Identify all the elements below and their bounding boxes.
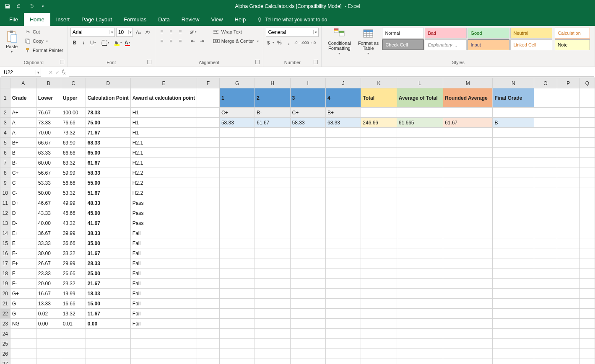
cell-P26[interactable] — [557, 349, 579, 359]
cell-B4[interactable]: 70.00 — [36, 128, 61, 138]
accounting-format-button[interactable]: $ — [266, 39, 274, 47]
cell-E19[interactable]: Fail — [130, 279, 197, 289]
header-B[interactable]: Lower — [36, 88, 61, 108]
cell-Q8[interactable] — [579, 168, 595, 178]
cell-M21[interactable] — [443, 299, 493, 309]
cell-J21[interactable] — [325, 299, 361, 309]
cell-C14[interactable]: 39.99 — [61, 228, 86, 238]
cell-I3[interactable]: 58.33 — [290, 118, 325, 128]
cell-O9[interactable] — [534, 178, 557, 188]
cell-N14[interactable] — [493, 228, 534, 238]
cell-L5[interactable] — [397, 138, 443, 148]
cell-I4[interactable] — [290, 128, 325, 138]
cell-H26[interactable] — [255, 349, 290, 359]
cell-L11[interactable] — [397, 198, 443, 208]
tab-data[interactable]: Data — [152, 13, 175, 26]
cell-A21[interactable]: G — [10, 299, 36, 309]
cell-Q11[interactable] — [579, 198, 595, 208]
cell-C13[interactable]: 43.32 — [61, 218, 86, 228]
cell-M22[interactable] — [443, 309, 493, 319]
cell-P22[interactable] — [557, 309, 579, 319]
cell-D8[interactable]: 58.33 — [86, 168, 130, 178]
cell-E17[interactable]: Fail — [130, 258, 197, 268]
cell-F6[interactable] — [197, 148, 219, 158]
cell-P13[interactable] — [557, 218, 579, 228]
cell-K15[interactable] — [361, 238, 397, 248]
cell-Q9[interactable] — [579, 178, 595, 188]
cell-F15[interactable] — [197, 238, 219, 248]
cell-Q22[interactable] — [579, 309, 595, 319]
cell-Q21[interactable] — [579, 299, 595, 309]
cell-I17[interactable] — [290, 258, 325, 268]
cell-H7[interactable] — [255, 158, 290, 168]
cell-I14[interactable] — [290, 228, 325, 238]
cell-K5[interactable] — [361, 138, 397, 148]
cell-O22[interactable] — [534, 309, 557, 319]
row-header-18[interactable]: 18 — [0, 268, 10, 279]
cell-F18[interactable] — [197, 268, 219, 279]
cell-K2[interactable] — [361, 108, 397, 118]
font-color-button[interactable]: A — [123, 39, 132, 47]
cell-D13[interactable]: 41.67 — [86, 218, 130, 228]
cell-O3[interactable] — [534, 118, 557, 128]
cell-F7[interactable] — [197, 158, 219, 168]
enter-formula-icon[interactable]: ✓ — [55, 70, 60, 75]
row-header-15[interactable]: 15 — [0, 238, 10, 248]
cell-F19[interactable] — [197, 279, 219, 289]
fx-icon[interactable]: fx — [62, 69, 65, 75]
cell-J18[interactable] — [325, 268, 361, 279]
cell-L13[interactable] — [397, 218, 443, 228]
cell-M11[interactable] — [443, 198, 493, 208]
cell-N2[interactable] — [493, 108, 534, 118]
tab-view[interactable]: View — [205, 13, 229, 26]
cell-B9[interactable]: 53.33 — [36, 178, 61, 188]
cell-O12[interactable] — [534, 208, 557, 218]
cell-A9[interactable]: C — [10, 178, 36, 188]
cell-J27[interactable] — [325, 359, 361, 364]
cell-F2[interactable] — [197, 108, 219, 118]
cell-H16[interactable] — [255, 248, 290, 258]
cell-H25[interactable] — [255, 339, 290, 349]
cell-styles-gallery[interactable]: Normal Bad Good Neutral Check Cell Expla… — [382, 28, 552, 50]
cell-M6[interactable] — [443, 148, 493, 158]
cell-A4[interactable]: A- — [10, 128, 36, 138]
cell-B2[interactable]: 76.67 — [36, 108, 61, 118]
decrease-decimal-icon[interactable]: .00→.0 — [305, 39, 314, 47]
cell-N8[interactable] — [493, 168, 534, 178]
cell-E21[interactable]: Fail — [130, 299, 197, 309]
cell-H22[interactable] — [255, 309, 290, 319]
cell-N5[interactable] — [493, 138, 534, 148]
cell-J8[interactable] — [325, 168, 361, 178]
cell-M3[interactable]: 61.67 — [443, 118, 493, 128]
cell-J15[interactable] — [325, 238, 361, 248]
cell-N6[interactable] — [493, 148, 534, 158]
formula-input[interactable] — [69, 68, 594, 77]
style-explanatory[interactable]: Explanatory ... — [425, 39, 467, 50]
cell-M5[interactable] — [443, 138, 493, 148]
cell-G11[interactable] — [219, 198, 255, 208]
cell-G18[interactable] — [219, 268, 255, 279]
cell-D25[interactable] — [86, 339, 130, 349]
cell-D6[interactable]: 65.00 — [86, 148, 130, 158]
cell-O17[interactable] — [534, 258, 557, 268]
tell-me-search[interactable]: Tell me what you want to do — [257, 17, 327, 26]
header-H[interactable]: 2 — [255, 88, 290, 108]
clipboard-dialog-launcher[interactable] — [60, 60, 64, 64]
cell-A15[interactable]: E — [10, 238, 36, 248]
cell-H27[interactable] — [255, 359, 290, 364]
cell-D5[interactable]: 68.33 — [86, 138, 130, 148]
cell-K6[interactable] — [361, 148, 397, 158]
cell-D12[interactable]: 45.00 — [86, 208, 130, 218]
cell-K24[interactable] — [361, 329, 397, 339]
cell-C16[interactable]: 33.32 — [61, 248, 86, 258]
cell-J4[interactable] — [325, 128, 361, 138]
cell-P16[interactable] — [557, 248, 579, 258]
style-note[interactable]: Note — [555, 39, 590, 50]
cell-K17[interactable] — [361, 258, 397, 268]
cell-C11[interactable]: 49.99 — [61, 198, 86, 208]
cell-P27[interactable] — [557, 359, 579, 364]
align-right-icon[interactable]: ≡ — [176, 37, 184, 45]
orientation-button[interactable]: ab — [189, 28, 197, 36]
cell-H13[interactable] — [255, 218, 290, 228]
cell-M19[interactable] — [443, 279, 493, 289]
